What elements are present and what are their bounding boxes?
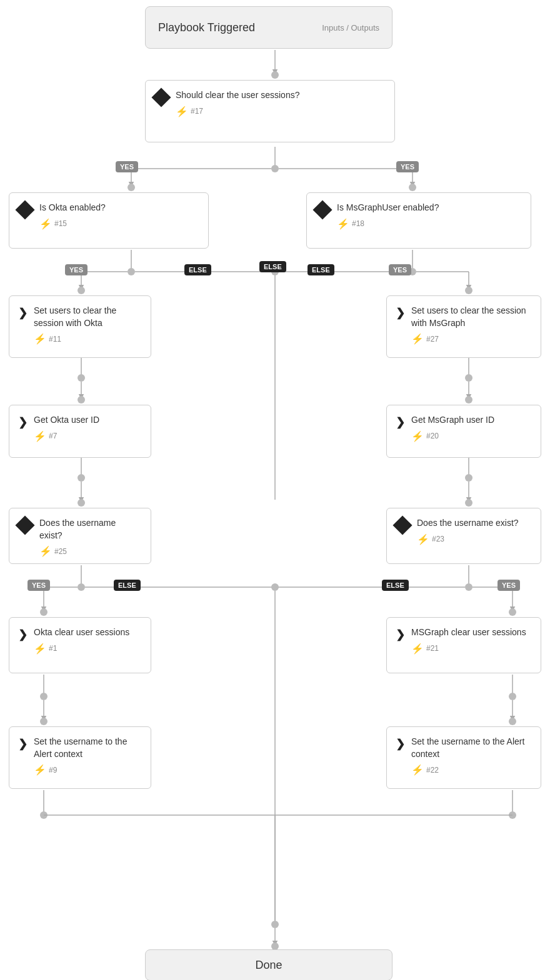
svg-point-52 (271, 583, 279, 591)
lightning-n17: ⚡ (176, 106, 188, 117)
node-label-n20: Get MsGraph user ID (411, 414, 494, 427)
lightning-n20: ⚡ (411, 430, 424, 442)
svg-point-55 (40, 693, 48, 700)
svg-point-50 (509, 608, 516, 616)
svg-point-65 (509, 718, 516, 725)
node-id-row-n21: ⚡ #21 (411, 643, 526, 655)
node-text-n25: Does the username exist? ⚡ #25 (39, 517, 141, 557)
svg-point-25 (78, 374, 85, 382)
node-id-n7: #7 (49, 432, 57, 440)
arrow-icon-n1: ❯ (18, 628, 28, 641)
node-n15: Is Okta enabled? ⚡ #15 (9, 192, 209, 249)
node-label-n15: Is Okta enabled? (39, 202, 106, 214)
badge-yes-n11: YES (65, 264, 88, 275)
node-label-n11: Set users to clear the session with Okta (34, 305, 141, 329)
badge-yes-n1: YES (28, 580, 50, 591)
node-id-row-n15: ⚡ #15 (39, 218, 106, 230)
node-n22: ❯ Set the username to the Alert context … (386, 726, 541, 789)
node-n17: Should clear the user sessions? ⚡ #17 (145, 80, 395, 142)
arrow-icon-n21: ❯ (396, 628, 405, 641)
node-text-n23: Does the username exist? ⚡ #23 (417, 517, 519, 545)
trigger-node: Playbook Triggered Inputs / Outputs (145, 6, 392, 49)
diamond-icon-n17 (151, 87, 171, 107)
diamond-icon-n23 (392, 515, 412, 535)
lightning-n21: ⚡ (411, 643, 424, 655)
node-id-row-n23: ⚡ #23 (417, 533, 519, 545)
node-id-row-n27: ⚡ #27 (411, 333, 531, 345)
node-label-n21: MSGraph clear user sessions (411, 626, 526, 639)
svg-point-3 (271, 165, 279, 172)
trigger-title: Playbook Triggered (158, 21, 255, 34)
node-label-n1: Okta clear user sessions (34, 626, 129, 639)
node-n18: Is MsGraphUser enabled? ⚡ #18 (306, 192, 531, 249)
badge-else-left: ELSE (184, 264, 211, 275)
svg-point-33 (465, 374, 472, 382)
node-text-n20: Get MsGraph user ID ⚡ #20 (411, 414, 494, 442)
svg-point-39 (465, 499, 472, 507)
svg-point-27 (78, 396, 85, 403)
diamond-icon-n15 (15, 200, 34, 219)
node-text-n17: Should clear the user sessions? ⚡ #17 (176, 89, 299, 117)
diamond-icon-n25 (15, 515, 34, 535)
arrow-icon-n20: ❯ (396, 415, 405, 429)
svg-point-35 (465, 396, 472, 403)
node-id-row-n20: ⚡ #20 (411, 430, 494, 442)
node-text-n1: Okta clear user sessions ⚡ #1 (34, 626, 129, 655)
node-n21: ❯ MSGraph clear user sessions ⚡ #21 (386, 617, 541, 673)
diamond-icon-n18 (312, 200, 332, 219)
node-text-n11: Set users to clear the session with Okta… (34, 305, 141, 345)
lightning-n22: ⚡ (411, 764, 424, 776)
svg-point-14 (78, 287, 85, 294)
node-id-row-n7: ⚡ #7 (34, 430, 99, 442)
svg-point-20 (465, 287, 472, 294)
arrow-icon-n27: ❯ (396, 306, 405, 320)
node-id-n1: #1 (49, 644, 57, 653)
node-n11: ❯ Set users to clear the session with Ok… (9, 295, 151, 358)
svg-point-31 (78, 499, 85, 507)
lightning-n18: ⚡ (337, 218, 349, 230)
node-id-row-n18: ⚡ #18 (337, 218, 439, 230)
lightning-n27: ⚡ (411, 333, 424, 345)
arrow-icon-n7: ❯ (18, 415, 28, 429)
badge-yes-n21: YES (498, 580, 520, 591)
arrow-icon-n11: ❯ (18, 306, 28, 320)
node-text-n9: Set the username to the Alert context ⚡ … (34, 736, 141, 776)
lightning-n11: ⚡ (34, 333, 46, 345)
svg-point-9 (409, 184, 416, 191)
lightning-n9: ⚡ (34, 764, 46, 776)
node-id-n11: #11 (49, 335, 61, 344)
node-n23: Does the username exist? ⚡ #23 (386, 508, 541, 564)
node-n20: ❯ Get MsGraph user ID ⚡ #20 (386, 405, 541, 458)
node-label-n25: Does the username exist? (39, 517, 141, 542)
node-n9: ❯ Set the username to the Alert context … (9, 726, 151, 789)
node-text-n18: Is MsGraphUser enabled? ⚡ #18 (337, 202, 439, 230)
done-node: Done (145, 949, 392, 980)
svg-point-63 (509, 693, 516, 700)
node-text-n7: Get Okta user ID ⚡ #7 (34, 414, 99, 442)
connectors-svg (0, 0, 550, 980)
node-id-n9: #9 (49, 766, 57, 775)
node-id-row-n9: ⚡ #9 (34, 764, 141, 776)
badge-else-n23: ELSE (382, 580, 409, 591)
svg-point-11 (128, 268, 135, 275)
lightning-n15: ⚡ (39, 218, 52, 230)
node-label-n27: Set users to clear the session with MsGr… (411, 305, 531, 329)
lightning-n7: ⚡ (34, 430, 46, 442)
node-id-n15: #15 (54, 219, 67, 228)
node-id-n18: #18 (352, 219, 364, 228)
done-label: Done (255, 959, 282, 972)
node-text-n22: Set the username to the Alert context ⚡ … (411, 736, 531, 776)
node-id-n25: #25 (54, 547, 67, 556)
node-text-n27: Set users to clear the session with MsGr… (411, 305, 531, 345)
arrow-icon-n22: ❯ (396, 737, 405, 751)
node-id-row-n17: ⚡ #17 (176, 106, 299, 117)
badge-yes-n27: YES (389, 264, 411, 275)
svg-point-37 (465, 474, 472, 482)
svg-point-29 (78, 474, 85, 482)
svg-point-6 (128, 184, 135, 191)
node-id-n27: #27 (426, 335, 439, 344)
svg-point-44 (40, 608, 48, 616)
svg-point-67 (509, 811, 516, 819)
node-label-n22: Set the username to the Alert context (411, 736, 531, 760)
arrow-icon-n9: ❯ (18, 737, 28, 751)
